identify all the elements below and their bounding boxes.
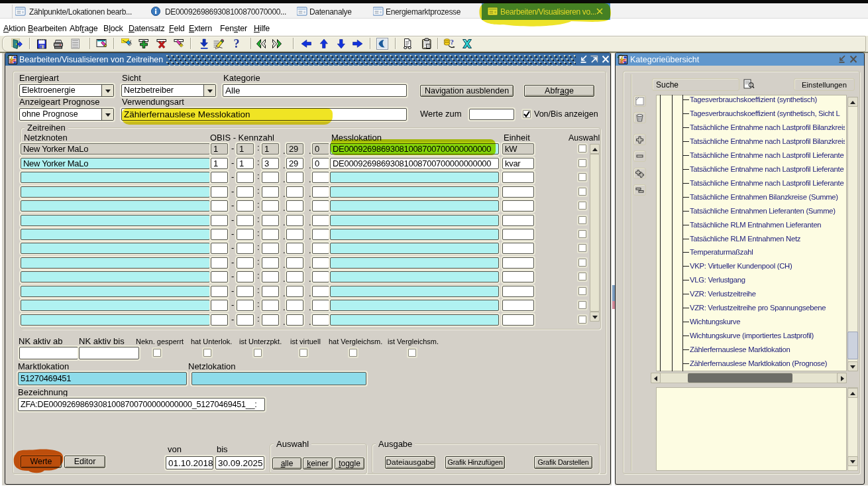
svg-text:?: ?	[234, 38, 240, 50]
svg-text:?: ?	[451, 38, 455, 46]
